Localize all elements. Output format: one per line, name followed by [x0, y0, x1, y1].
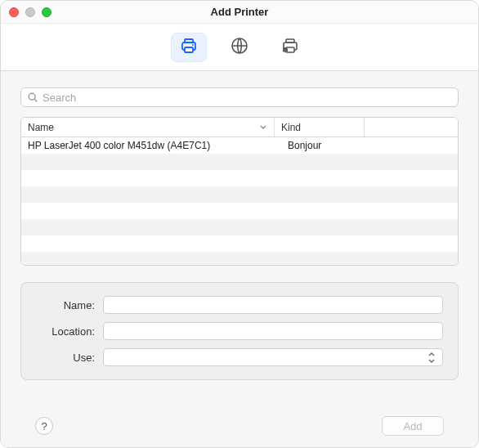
windows-tab[interactable]: [272, 33, 308, 62]
search-input[interactable]: [20, 87, 459, 107]
titlebar: Add Printer: [1, 1, 478, 24]
zoom-window-button[interactable]: [42, 7, 51, 17]
add-printer-window: Add Printer: [0, 0, 479, 448]
location-field[interactable]: [103, 322, 443, 340]
name-field[interactable]: [103, 296, 443, 314]
printers-table: Name Kind HP LaserJet 400 color M451dw (…: [20, 117, 459, 266]
svg-rect-1: [185, 39, 193, 43]
svg-point-3: [192, 44, 194, 46]
window-controls: [9, 7, 51, 17]
table-row: [21, 252, 458, 265]
svg-rect-2: [185, 47, 193, 52]
table-body: HP LaserJet 400 color M451dw (A4E7C1) Bo…: [21, 137, 458, 265]
footer: ? Add: [20, 406, 459, 447]
printer-name-cell: HP LaserJet 400 color M451dw (A4E7C1): [21, 140, 275, 151]
location-label: Location:: [36, 325, 95, 338]
use-label: Use:: [36, 352, 95, 364]
table-row: [21, 203, 458, 219]
table-header: Name Kind: [21, 118, 458, 137]
toolbar: [1, 24, 478, 71]
table-row: [21, 154, 458, 170]
printer-details-panel: Name: Location: Use:: [20, 282, 459, 380]
printer-source-segment: [171, 33, 308, 62]
column-header-kind-label: Kind: [281, 122, 301, 133]
svg-point-10: [29, 93, 35, 100]
use-select[interactable]: [103, 348, 443, 366]
printer-kind-cell: Bonjour: [275, 140, 365, 151]
table-row[interactable]: HP LaserJet 400 color M451dw (A4E7C1) Bo…: [21, 137, 458, 154]
window-title: Add Printer: [1, 6, 478, 18]
table-row: [21, 235, 458, 252]
default-tab[interactable]: [171, 33, 207, 62]
column-header-name[interactable]: Name: [21, 118, 275, 137]
search-field-wrap: [20, 87, 459, 107]
column-header-spacer: [365, 118, 458, 137]
add-button-label: Add: [403, 420, 422, 432]
table-row: [21, 219, 458, 235]
help-icon: ?: [41, 420, 47, 432]
name-label: Name:: [36, 299, 95, 311]
globe-icon: [230, 36, 249, 58]
content-area: Name Kind HP LaserJet 400 color M451dw (…: [1, 71, 478, 447]
table-row: [21, 186, 458, 203]
minimize-window-button: [25, 7, 35, 17]
svg-rect-6: [286, 39, 294, 43]
add-button: Add: [382, 416, 444, 436]
close-window-button[interactable]: [9, 7, 19, 17]
help-button[interactable]: ?: [35, 417, 53, 435]
table-row: [21, 170, 458, 186]
shared-printer-icon: [280, 36, 300, 58]
printer-icon: [179, 36, 199, 58]
column-header-name-label: Name: [28, 122, 54, 133]
chevron-down-icon: [259, 122, 267, 133]
ip-tab[interactable]: [222, 33, 257, 62]
column-header-kind[interactable]: Kind: [275, 118, 365, 137]
updown-stepper-icon: [428, 351, 439, 364]
